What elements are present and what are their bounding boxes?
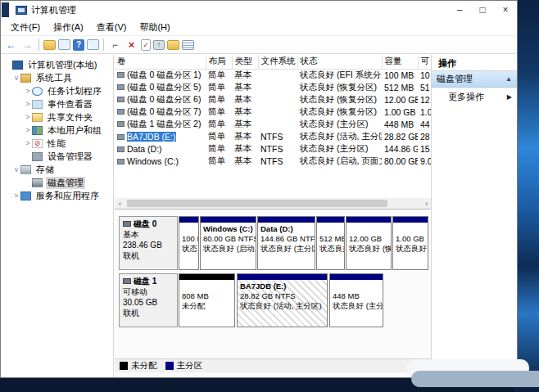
extend-volume-icon[interactable]: ↑ [153,40,165,50]
menu-action[interactable]: 操作(A) [47,20,90,35]
disk0-partition-12gb[interactable]: 12.00 GB 状态良好 (恢复分区) [346,216,392,270]
disk0-partition-windows-c[interactable]: Windows (C:) 80.00 GB NTFS 状态良好 (启动, 页面文… [200,216,256,270]
expander[interactable]: > [24,87,32,95]
disk1-partition-448mb[interactable]: 448 MB 状态良好 (主分区) [329,273,383,327]
disk-management-icon [32,178,43,187]
tree-item-system-tools[interactable]: v 系统工具 [1,71,113,84]
volume-icon [117,121,125,127]
table-row[interactable]: (磁盘 0 磁盘分区 5) 简单 基本 状态良好 (恢复分区) 512 MB 5… [115,81,431,93]
storage-icon [20,165,31,174]
tree-item-disk-management[interactable]: 磁盘管理 [1,176,113,189]
tree-item-services-applications[interactable]: > 服务和应用程序 [1,189,113,202]
tree-item-storage[interactable]: v 存储 [1,163,113,176]
expander[interactable]: v [12,74,20,82]
more-actions[interactable]: 更多操作 ▶ [432,88,517,106]
tree-item-shared-folders[interactable]: > 共享文件夹 [1,110,113,124]
volume-icon [117,134,125,140]
disk1-partition-ba7jdb-e[interactable]: BA7JDB (E:) 28.82 GB NTFS 状态良好 (活动, 主分区) [237,273,328,327]
toolbar-separator [103,38,104,51]
menu-file[interactable]: 文件(F) [4,20,47,35]
table-row[interactable]: (磁盘 0 磁盘分区 1) 简单 基本 状态良好 (EFI 系统分区) 100 … [115,69,431,81]
volume-icon [117,109,125,115]
col-type[interactable]: 类型 [232,55,258,69]
legend-primary: 主分区 [165,360,203,372]
tree-item-local-users-groups[interactable]: > 本地用户和组 [1,124,113,137]
task-scheduler-icon [32,87,43,96]
table-row-selected[interactable]: BA7JDB (E:) 简单 基本 NTFS 状态良好 (活动, 主分区) 28… [115,130,431,142]
col-capacity[interactable]: 容量 [382,55,418,69]
expander[interactable]: > [24,100,32,108]
menu-view[interactable]: 查看(V) [90,20,134,35]
volume-icon [117,97,125,102]
col-volume[interactable]: 卷 [115,55,206,69]
disk1-label[interactable]: 磁盘 1 可移动 30.05 GB 联机 [119,273,178,327]
col-status[interactable]: 状态 [297,55,382,69]
scroll-right-icon[interactable]: › [421,200,431,208]
table-row[interactable]: (磁盘 0 磁盘分区 7) 简单 基本 状态良好 (恢复分区) 1.00 GB … [115,106,431,118]
title-bar[interactable]: 计算机管理 – □ × [1,1,517,19]
back-icon[interactable]: ← [4,38,18,52]
window-title: 计算机管理 [31,4,76,16]
disk1-unallocated[interactable]: 808 MB 未分配 [179,273,235,327]
partition-band [330,274,383,280]
disk0-partition-1gb[interactable]: 1.00 GB 状态良好 (恢复分区) [392,216,428,270]
col-fs[interactable]: 文件系统 [258,55,297,69]
delete-volume-icon[interactable]: × [125,38,138,52]
scrollbar-thumb[interactable] [127,200,387,207]
horizontal-scrollbar[interactable]: ‹ › [115,198,431,209]
actions-disk-management[interactable]: 磁盘管理 ▲ [432,71,517,88]
col-layout[interactable]: 布局 [206,55,232,69]
attach-tool-icon[interactable]: ⌐ [108,38,122,52]
expander[interactable]: > [24,113,32,121]
console-tree-icon[interactable] [43,40,56,50]
graphical-view: 磁盘 0 基本 238.46 GB 联机 100 MB 状态良好 (EFI 系统… [115,210,431,377]
close-button[interactable]: × [494,2,517,18]
partition-band [393,217,428,223]
users-icon [32,126,43,135]
expander[interactable]: > [24,126,32,134]
tree-item-event-viewer[interactable]: > 事件查看器 [1,97,113,110]
expander[interactable]: > [24,139,32,147]
device-manager-icon [32,152,43,161]
table-row[interactable]: (磁盘 1 磁盘分区 2) 简单 基本 状态良好 (主分区) 448 MB 44 [115,118,431,130]
forward-icon[interactable]: → [20,38,34,52]
volume-icon [117,84,125,90]
minimize-button[interactable]: – [448,2,471,18]
expander[interactable]: > [12,191,20,200]
legend: 未分配 主分区 [115,358,431,372]
properties-list-icon[interactable] [182,40,194,50]
disk0-label[interactable]: 磁盘 0 基本 238.46 GB 联机 [119,216,178,270]
help-icon[interactable]: ? [73,39,84,51]
disk-icon [123,221,131,227]
maximize-button[interactable]: □ [471,2,494,18]
expander[interactable]: v [12,165,20,173]
main-area: 计算机管理(本地) v 系统工具 > 任务计划程序 > 事件查看器 > 共享文件… [1,55,517,377]
check-disk-icon[interactable]: ✓ [141,39,151,51]
collapse-icon[interactable]: ▲ [505,75,512,83]
table-row[interactable]: (磁盘 0 磁盘分区 6) 简单 基本 状态良好 (恢复分区) 12.00 GB… [115,93,431,106]
window-pane-icon[interactable] [58,39,70,50]
table-row[interactable]: Windows (C:) 简单 基本 NTFS 状态良好 (启动, 页面文件, … [115,155,431,167]
col-free[interactable]: 可 [418,55,431,69]
legend-unallocated: 未分配 [120,360,157,372]
properties-window-icon[interactable] [87,39,99,50]
table-row[interactable]: Data (D:) 简单 基本 NTFS 状态良好 (主分区) 144.86 G… [115,142,431,155]
volume-header-row: 卷 布局 类型 文件系统 状态 容量 可 [115,55,431,69]
change-letter-icon[interactable] [167,40,179,50]
watermark-shape [411,371,539,387]
tree-item-task-scheduler[interactable]: > 任务计划程序 [1,84,113,97]
disk0-partition-512mb[interactable]: 512 MB 状态良好 (恢复分区) [316,216,345,270]
disk0-partition-efi[interactable]: 100 MB 状态良好 (EFI 系统分区) [179,216,199,270]
scroll-left-icon[interactable]: ‹ [115,200,125,208]
tree-item-performance[interactable]: > ⊘ 性能 [1,137,113,150]
partition-band [317,217,344,223]
event-viewer-icon [32,100,43,109]
shared-folders-icon [32,113,43,122]
tree-item-computer-management[interactable]: 计算机管理(本地) [1,58,113,71]
volume-list: 卷 布局 类型 文件系统 状态 容量 可 (磁盘 0 磁盘分区 1) 简单 基本… [115,55,431,167]
menu-bar: 文件(F) 操作(A) 查看(V) 帮助(H) [1,19,517,35]
disk-management-pane: 卷 布局 类型 文件系统 状态 容量 可 (磁盘 0 磁盘分区 1) 简单 基本… [115,55,431,377]
tree-item-device-manager[interactable]: 设备管理器 [1,150,113,163]
menu-help[interactable]: 帮助(H) [133,20,176,35]
disk0-partition-data-d[interactable]: Data (D:) 144.86 GB NTFS 状态良好 (主分区) [257,216,315,270]
